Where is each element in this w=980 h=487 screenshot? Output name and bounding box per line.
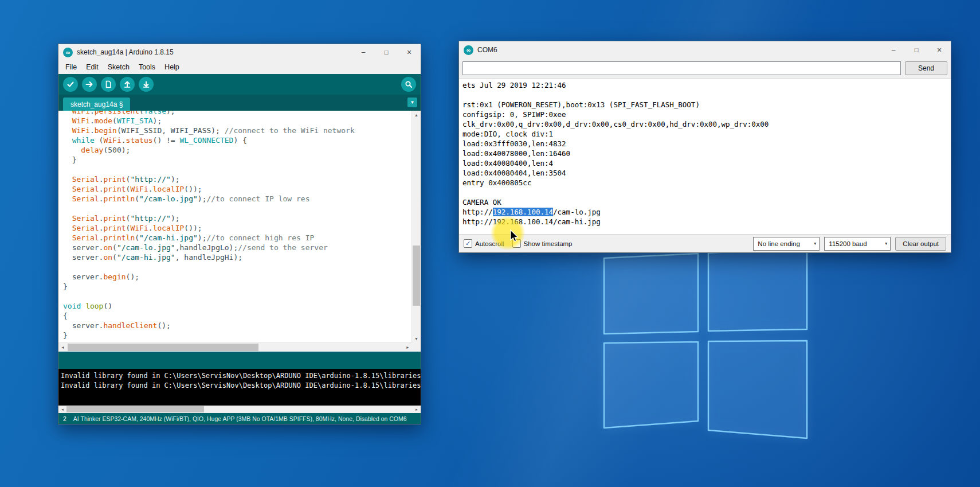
menu-sketch[interactable]: Sketch: [103, 60, 134, 74]
code-token: .: [148, 224, 153, 232]
save-arrow-down-icon: [142, 80, 150, 88]
maximize-button[interactable]: □: [375, 44, 398, 60]
timestamp-label: Show timestamp: [524, 240, 573, 247]
editor-horizontal-scrollbar[interactable]: ◄ ►: [58, 342, 412, 352]
code-line: }: [63, 282, 412, 291]
code-token: "http://": [130, 175, 170, 184]
editor-vertical-scrollbar[interactable]: ▲ ▼: [411, 111, 421, 343]
chevron-down-icon: ▾: [885, 241, 887, 246]
code-line: WiFi.begin(WIFI_SSID, WIFI_PASS); //conn…: [63, 126, 412, 135]
code-token: {: [63, 311, 68, 320]
code-token: void: [63, 302, 81, 310]
code-token: );: [166, 111, 175, 115]
scrollbar-corner: [412, 343, 421, 352]
horizontal-scroll-thumb[interactable]: [68, 344, 258, 351]
code-area[interactable]: WiFi.persistent(false); WiFi.mode(WIFI_S…: [58, 111, 412, 343]
code-editor[interactable]: WiFi.persistent(false); WiFi.mode(WIFI_S…: [58, 111, 421, 352]
code-token: on: [103, 243, 112, 252]
baud-rate-select[interactable]: 115200 baud ▾: [824, 237, 891, 251]
tab-sketch-aug14a[interactable]: sketch_aug14a §: [63, 98, 130, 111]
code-token: server.: [63, 243, 103, 252]
tab-list-button[interactable]: ▼: [407, 98, 417, 107]
arduino-window-controls: – □ ×: [352, 44, 421, 60]
serial-input[interactable]: [462, 61, 901, 75]
code-line: }: [63, 330, 412, 340]
serial-output-line: clk_drv:0x00,q_drv:0x00,d_drv:0x00,cs0_d…: [462, 119, 947, 129]
code-token: (): [103, 302, 112, 310]
serial-minimize-button[interactable]: –: [882, 41, 905, 59]
code-token: (500);: [103, 146, 130, 154]
serial-output-line: configsip: 0, SPIWP:0xee: [462, 110, 947, 119]
console-line: Invalid library found in C:\Users\Servis…: [61, 381, 418, 391]
arduino-titlebar[interactable]: ∞ sketch_aug14a | Arduino 1.8.15 – □ ×: [58, 44, 421, 60]
code-token: (: [139, 111, 144, 115]
console-scroll-left-icon[interactable]: ◄: [58, 406, 66, 413]
vertical-scroll-thumb[interactable]: [413, 246, 420, 306]
code-token: .: [121, 136, 126, 145]
infinity-icon: ∞: [467, 47, 471, 53]
scroll-left-arrow-icon[interactable]: ◄: [58, 343, 67, 352]
send-button[interactable]: Send: [905, 61, 947, 75]
code-token: [81, 302, 85, 310]
code-token: ());: [184, 224, 202, 232]
serial-close-button[interactable]: ×: [928, 41, 951, 59]
console-scroll-right-icon[interactable]: ►: [413, 406, 421, 413]
code-token: );: [153, 116, 162, 125]
verify-button[interactable]: [63, 77, 78, 92]
scroll-right-arrow-icon[interactable]: ►: [403, 343, 412, 352]
code-line: {: [63, 311, 412, 321]
serial-titlebar[interactable]: ∞ COM6 – □ ×: [459, 41, 951, 59]
menu-edit[interactable]: Edit: [81, 60, 103, 74]
code-token: handleClient: [103, 321, 157, 330]
code-line: [63, 165, 412, 174]
code-token: .: [90, 126, 95, 135]
arduino-ide-window: ∞ sketch_aug14a | Arduino 1.8.15 – □ × F…: [58, 44, 421, 424]
windows-logo-pane-tl: [604, 254, 698, 334]
open-sketch-button[interactable]: [120, 77, 135, 92]
arduino-toolbar: [58, 74, 421, 95]
autoscroll-option[interactable]: ✓ Autoscroll: [464, 239, 504, 248]
scroll-up-arrow-icon[interactable]: ▲: [412, 111, 421, 119]
windows-logo-pane-br: [708, 341, 807, 438]
code-token: (: [112, 253, 117, 262]
serial-output[interactable]: ets Jul 29 2019 12:21:46 rst:0x1 (POWERO…: [459, 78, 951, 235]
console-output[interactable]: Invalid library found in C:\Users\Servis…: [58, 369, 421, 406]
code-token: [63, 214, 72, 223]
line-ending-select[interactable]: No line ending ▾: [753, 237, 820, 251]
console-line: Invalid library found in C:\Users\Servis…: [61, 371, 418, 381]
code-token: [63, 175, 72, 184]
line-ending-value: No line ending: [758, 240, 800, 247]
code-token: Serial: [72, 214, 99, 223]
minimize-button[interactable]: –: [352, 44, 375, 60]
save-sketch-button[interactable]: [139, 77, 154, 92]
console-scroll-thumb[interactable]: [66, 406, 204, 412]
code-token: localIP: [153, 185, 185, 193]
menu-file[interactable]: File: [61, 60, 81, 74]
serial-output-line: load:0x40078000,len:16460: [462, 149, 947, 158]
code-token: server.: [63, 321, 103, 330]
code-token: print: [103, 214, 126, 223]
serial-maximize-button[interactable]: □: [905, 41, 928, 59]
serial-send-row: Send: [459, 59, 951, 78]
autoscroll-checkbox[interactable]: ✓: [464, 239, 472, 248]
serial-monitor-window: ∞ COM6 – □ × Send ets Jul 29 2019 12:21:…: [458, 41, 951, 253]
code-token: false: [144, 111, 166, 115]
scroll-down-arrow-icon[interactable]: ▼: [412, 334, 421, 343]
console-scrollbar[interactable]: ◄ ►: [58, 406, 421, 413]
code-token: ,handleJpgLo);: [175, 243, 238, 252]
menu-tools[interactable]: Tools: [134, 60, 160, 74]
code-token: (: [135, 194, 139, 203]
menu-help[interactable]: Help: [160, 60, 184, 74]
code-token: .: [90, 111, 95, 115]
new-sketch-button[interactable]: [101, 77, 116, 92]
code-line: Serial.println("/cam-hi.jpg");//to conne…: [63, 233, 412, 243]
code-token: persistent: [95, 111, 139, 115]
code-token: on: [103, 253, 112, 262]
serial-output-line: rst:0x1 (POWERON_RESET),boot:0x13 (SPI_F…: [462, 100, 947, 110]
close-button[interactable]: ×: [398, 44, 421, 60]
serial-output-line: CAMERA OK: [462, 197, 947, 207]
upload-button[interactable]: [82, 77, 97, 92]
serial-monitor-button[interactable]: [401, 77, 416, 92]
code-token: ());: [184, 185, 202, 193]
clear-output-button[interactable]: Clear output: [895, 237, 946, 251]
